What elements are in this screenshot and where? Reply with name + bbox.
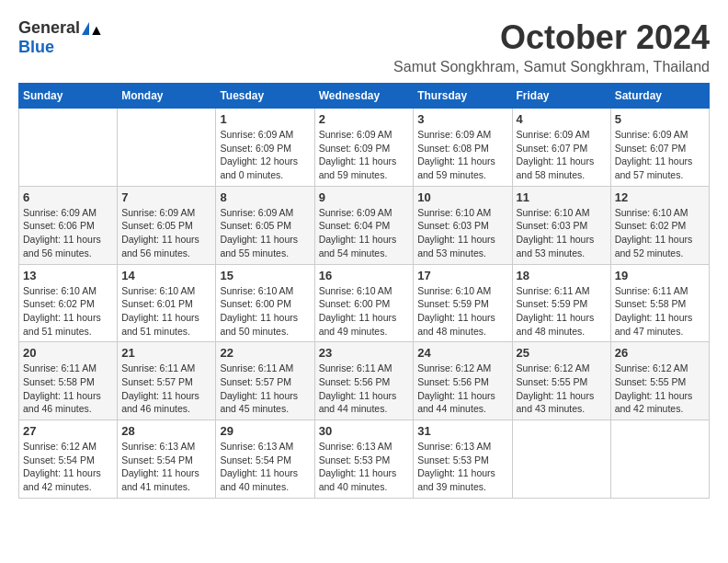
calendar-cell: 17Sunrise: 6:10 AM Sunset: 5:59 PM Dayli… xyxy=(414,264,512,342)
day-info: Sunrise: 6:13 AM Sunset: 5:54 PM Dayligh… xyxy=(121,440,211,494)
day-info: Sunrise: 6:11 AM Sunset: 5:58 PM Dayligh… xyxy=(23,362,113,416)
calendar-cell: 5Sunrise: 6:09 AM Sunset: 6:07 PM Daylig… xyxy=(610,109,709,187)
day-number: 10 xyxy=(417,190,507,204)
day-info: Sunrise: 6:09 AM Sunset: 6:05 PM Dayligh… xyxy=(121,206,211,260)
calendar-cell: 25Sunrise: 6:12 AM Sunset: 5:55 PM Dayli… xyxy=(512,342,610,420)
day-info: Sunrise: 6:13 AM Sunset: 5:54 PM Dayligh… xyxy=(220,440,310,494)
calendar-cell: 7Sunrise: 6:09 AM Sunset: 6:05 PM Daylig… xyxy=(118,186,216,264)
calendar-week-2: 6Sunrise: 6:09 AM Sunset: 6:06 PM Daylig… xyxy=(19,186,710,264)
calendar-cell: 18Sunrise: 6:11 AM Sunset: 5:59 PM Dayli… xyxy=(512,264,610,342)
calendar-week-5: 27Sunrise: 6:12 AM Sunset: 5:54 PM Dayli… xyxy=(19,420,710,499)
calendar-header-row: SundayMondayTuesdayWednesdayThursdayFrid… xyxy=(19,84,710,109)
calendar-cell xyxy=(512,420,610,499)
day-number: 12 xyxy=(615,190,705,204)
calendar-cell: 20Sunrise: 6:11 AM Sunset: 5:58 PM Dayli… xyxy=(19,342,118,420)
day-number: 9 xyxy=(319,190,410,204)
day-number: 25 xyxy=(517,346,607,360)
column-header-wednesday: Wednesday xyxy=(314,84,414,109)
calendar-cell xyxy=(118,109,216,187)
day-info: Sunrise: 6:09 AM Sunset: 6:09 PM Dayligh… xyxy=(319,128,410,182)
day-info: Sunrise: 6:10 AM Sunset: 6:03 PM Dayligh… xyxy=(517,206,607,260)
calendar-cell: 30Sunrise: 6:13 AM Sunset: 5:53 PM Dayli… xyxy=(314,420,414,499)
logo-blue-text: Blue xyxy=(18,38,54,57)
day-number: 11 xyxy=(517,190,607,204)
logo: General ▲ Blue xyxy=(18,18,89,57)
calendar-cell: 8Sunrise: 6:09 AM Sunset: 6:05 PM Daylig… xyxy=(216,186,314,264)
day-info: Sunrise: 6:11 AM Sunset: 5:57 PM Dayligh… xyxy=(121,362,211,416)
column-header-saturday: Saturday xyxy=(610,84,709,109)
logo-general-text: General xyxy=(18,18,80,38)
day-number: 31 xyxy=(417,424,507,438)
calendar-cell: 16Sunrise: 6:10 AM Sunset: 6:00 PM Dayli… xyxy=(314,264,414,342)
day-number: 2 xyxy=(319,112,410,126)
day-number: 27 xyxy=(23,424,113,438)
day-info: Sunrise: 6:13 AM Sunset: 5:53 PM Dayligh… xyxy=(417,440,507,494)
day-info: Sunrise: 6:13 AM Sunset: 5:53 PM Dayligh… xyxy=(319,440,410,494)
day-info: Sunrise: 6:09 AM Sunset: 6:08 PM Dayligh… xyxy=(417,128,507,182)
day-number: 26 xyxy=(615,346,705,360)
calendar-cell: 2Sunrise: 6:09 AM Sunset: 6:09 PM Daylig… xyxy=(314,109,414,187)
calendar-cell: 23Sunrise: 6:11 AM Sunset: 5:56 PM Dayli… xyxy=(314,342,414,420)
day-number: 21 xyxy=(121,346,211,360)
day-info: Sunrise: 6:10 AM Sunset: 5:59 PM Dayligh… xyxy=(417,284,507,339)
day-info: Sunrise: 6:10 AM Sunset: 6:02 PM Dayligh… xyxy=(23,284,113,339)
day-number: 13 xyxy=(23,269,113,282)
calendar-cell: 12Sunrise: 6:10 AM Sunset: 6:02 PM Dayli… xyxy=(610,186,709,264)
column-header-tuesday: Tuesday xyxy=(216,84,314,109)
calendar-week-3: 13Sunrise: 6:10 AM Sunset: 6:02 PM Dayli… xyxy=(19,264,710,342)
day-info: Sunrise: 6:11 AM Sunset: 5:57 PM Dayligh… xyxy=(220,362,310,416)
calendar-cell: 1Sunrise: 6:09 AM Sunset: 6:09 PM Daylig… xyxy=(216,109,314,187)
column-header-thursday: Thursday xyxy=(414,84,512,109)
day-number: 30 xyxy=(319,424,410,438)
day-info: Sunrise: 6:11 AM Sunset: 5:58 PM Dayligh… xyxy=(615,284,705,339)
calendar-week-1: 1Sunrise: 6:09 AM Sunset: 6:09 PM Daylig… xyxy=(19,109,710,187)
day-info: Sunrise: 6:10 AM Sunset: 6:01 PM Dayligh… xyxy=(121,284,211,339)
day-number: 7 xyxy=(121,190,211,204)
column-header-sunday: Sunday xyxy=(19,84,118,109)
day-number: 6 xyxy=(23,190,113,204)
day-number: 3 xyxy=(417,112,507,126)
day-info: Sunrise: 6:10 AM Sunset: 6:03 PM Dayligh… xyxy=(417,206,507,260)
day-info: Sunrise: 6:09 AM Sunset: 6:06 PM Dayligh… xyxy=(23,206,113,260)
day-number: 15 xyxy=(220,269,310,282)
calendar-cell: 15Sunrise: 6:10 AM Sunset: 6:00 PM Dayli… xyxy=(216,264,314,342)
calendar-cell: 4Sunrise: 6:09 AM Sunset: 6:07 PM Daylig… xyxy=(512,109,610,187)
calendar-cell: 3Sunrise: 6:09 AM Sunset: 6:08 PM Daylig… xyxy=(414,109,512,187)
day-info: Sunrise: 6:10 AM Sunset: 6:02 PM Dayligh… xyxy=(615,206,705,260)
day-info: Sunrise: 6:12 AM Sunset: 5:54 PM Dayligh… xyxy=(23,440,113,494)
calendar-cell: 26Sunrise: 6:12 AM Sunset: 5:55 PM Dayli… xyxy=(610,342,709,420)
calendar-cell xyxy=(19,109,118,187)
calendar-cell: 10Sunrise: 6:10 AM Sunset: 6:03 PM Dayli… xyxy=(414,186,512,264)
calendar-cell: 24Sunrise: 6:12 AM Sunset: 5:56 PM Dayli… xyxy=(414,342,512,420)
calendar-cell: 27Sunrise: 6:12 AM Sunset: 5:54 PM Dayli… xyxy=(19,420,118,499)
day-info: Sunrise: 6:09 AM Sunset: 6:05 PM Dayligh… xyxy=(220,206,310,260)
day-number: 14 xyxy=(121,269,211,282)
logo-icon: ▲ xyxy=(82,22,89,35)
day-info: Sunrise: 6:11 AM Sunset: 5:59 PM Dayligh… xyxy=(517,284,607,339)
day-info: Sunrise: 6:09 AM Sunset: 6:09 PM Dayligh… xyxy=(220,128,310,182)
day-number: 16 xyxy=(319,269,410,282)
calendar-cell: 28Sunrise: 6:13 AM Sunset: 5:54 PM Dayli… xyxy=(118,420,216,499)
calendar-cell: 21Sunrise: 6:11 AM Sunset: 5:57 PM Dayli… xyxy=(118,342,216,420)
calendar-cell: 9Sunrise: 6:09 AM Sunset: 6:04 PM Daylig… xyxy=(314,186,414,264)
day-number: 20 xyxy=(23,346,113,360)
column-header-friday: Friday xyxy=(512,84,610,109)
calendar-cell: 14Sunrise: 6:10 AM Sunset: 6:01 PM Dayli… xyxy=(118,264,216,342)
calendar-cell: 11Sunrise: 6:10 AM Sunset: 6:03 PM Dayli… xyxy=(512,186,610,264)
calendar-cell: 22Sunrise: 6:11 AM Sunset: 5:57 PM Dayli… xyxy=(216,342,314,420)
day-info: Sunrise: 6:11 AM Sunset: 5:56 PM Dayligh… xyxy=(319,362,410,416)
day-info: Sunrise: 6:09 AM Sunset: 6:07 PM Dayligh… xyxy=(615,128,705,182)
calendar-cell xyxy=(610,420,709,499)
day-number: 28 xyxy=(121,424,211,438)
day-number: 1 xyxy=(220,112,310,126)
title-area: October 2024 Samut Songkhram, Samut Song… xyxy=(393,18,710,75)
month-title: October 2024 xyxy=(393,18,710,57)
calendar-cell: 13Sunrise: 6:10 AM Sunset: 6:02 PM Dayli… xyxy=(19,264,118,342)
day-info: Sunrise: 6:09 AM Sunset: 6:04 PM Dayligh… xyxy=(319,206,410,260)
column-header-monday: Monday xyxy=(118,84,216,109)
day-number: 4 xyxy=(517,112,607,126)
calendar-cell: 6Sunrise: 6:09 AM Sunset: 6:06 PM Daylig… xyxy=(19,186,118,264)
day-info: Sunrise: 6:12 AM Sunset: 5:55 PM Dayligh… xyxy=(517,362,607,416)
day-number: 24 xyxy=(417,346,507,360)
day-number: 8 xyxy=(220,190,310,204)
